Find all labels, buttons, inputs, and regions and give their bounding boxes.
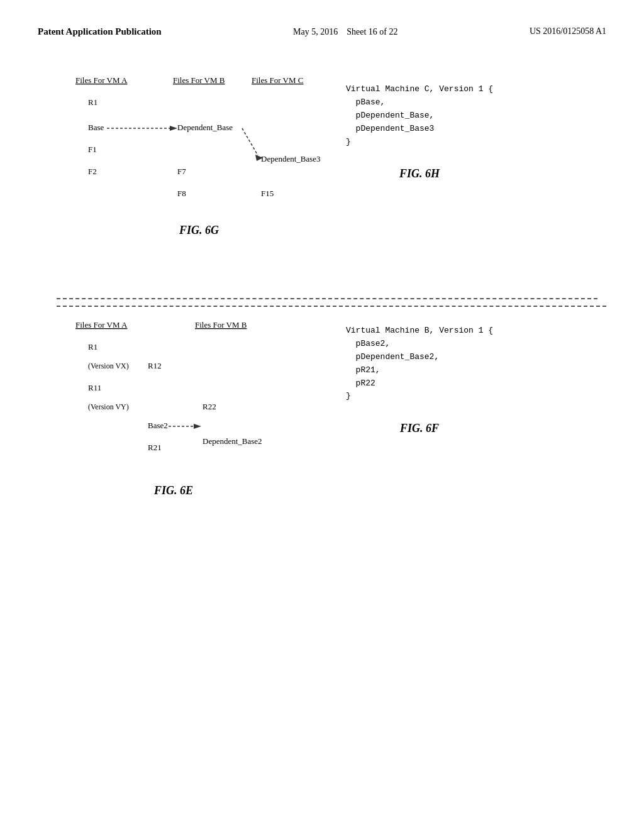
fig6e-r21: R21 (148, 443, 162, 452)
fig6e-dep-base2: Dependent_Base2 (203, 436, 262, 446)
fig6g-dep-base-arrow-line (242, 128, 258, 155)
fig6g-svg: Files For VM A Files For VM B Files For … (57, 70, 308, 284)
fig6g-diagram: Files For VM A Files For VM B Files For … (57, 70, 308, 287)
fig6e-version-vy: (Version VY) (88, 402, 129, 411)
fig6g-label: FIG. 6G (179, 224, 219, 236)
fig6e-col2-header: Files For VM B (195, 320, 247, 329)
fig6e-r11: R11 (88, 383, 101, 392)
diagrams-area: Files For VM A Files For VM B Files For … (38, 70, 606, 566)
fig6e-r12: R12 (148, 361, 162, 370)
fig6e-r1: R1 (88, 342, 97, 351)
fig6g-f7: F7 (177, 167, 186, 176)
lower-row: Files For VM A Files For VM B R1 (Versio… (57, 306, 606, 566)
page: Patent Application Publication May 5, 20… (0, 0, 644, 830)
fig6e-diagram: Files For VM A Files For VM B R1 (Versio… (57, 312, 308, 566)
fig6g-f2: F2 (88, 167, 97, 176)
patent-publication-title: Patent Application Publication (38, 26, 162, 36)
fig6g-base: Base (88, 123, 104, 132)
fig6g-dep-base: Dependent_Base (177, 123, 233, 132)
fig6g-r1: R1 (88, 97, 97, 107)
fig6g-f15: F15 (261, 189, 274, 198)
upper-row: Files For VM A Files For VM B Files For … (57, 70, 606, 292)
fig6g-f8: F8 (177, 189, 186, 198)
fig6e-version-vx: (Version VX) (88, 362, 129, 370)
fig6e-svg: Files For VM A Files For VM B R1 (Versio… (57, 312, 308, 563)
fig6h-diagram: Virtual Machine C, Version 1 { pBase, pD… (346, 83, 493, 180)
fig6g-base-arrowhead (170, 126, 177, 131)
fig6h-label: FIG. 6H (399, 167, 440, 180)
fig6g-col1-header: Files For VM A (75, 75, 128, 85)
fig6e-r22: R22 (203, 402, 216, 411)
fig6e-base2: Base2 (148, 421, 168, 430)
fig6g-dep-base3: Dependent_Base3 (261, 154, 321, 163)
fig6f-label: FIG. 6F (400, 422, 439, 434)
fig6f-code: Virtual Machine B, Version 1 { pBase2, p… (346, 324, 493, 403)
header-center: May 5, 2016 Sheet 16 of 22 (293, 25, 397, 39)
fig6g-col2-header: Files For VM B (173, 75, 225, 85)
fig6g-col3-header: Files For VM C (252, 75, 303, 85)
fig6h-code: Virtual Machine C, Version 1 { pBase, pD… (346, 83, 493, 148)
header: Patent Application Publication May 5, 20… (38, 25, 606, 45)
fig6e-label: FIG. 6E (153, 484, 193, 497)
publication-date: May 5, 2016 (293, 27, 338, 36)
fig6e-col1-header: Files For VM A (75, 320, 128, 329)
fig6g-f1: F1 (88, 145, 97, 154)
horizontal-separator (57, 298, 597, 299)
sheet-number: Sheet 16 of 22 (347, 27, 397, 36)
patent-number: US 2016/0125058 A1 (530, 26, 606, 36)
fig6e-base2-arrowhead (194, 424, 201, 429)
header-right: US 2016/0125058 A1 (530, 25, 606, 38)
header-left: Patent Application Publication (38, 25, 162, 38)
fig6f-diagram: Virtual Machine B, Version 1 { pBase2, p… (346, 324, 493, 435)
